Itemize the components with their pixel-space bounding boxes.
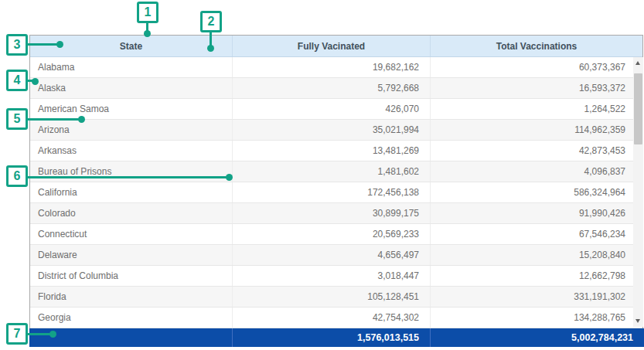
cell-fully-vaccinated: 30,899,175: [233, 203, 431, 223]
callout-7-connector: [26, 333, 52, 335]
cell-state: Arkansas: [30, 141, 233, 161]
cell-fully-vaccinated: 5,792,668: [233, 78, 431, 98]
callout-5-box: 5: [6, 108, 28, 130]
callout-7-dot: [49, 331, 56, 338]
header-cell-fully-vaccinated[interactable]: Fully Vacinated: [233, 36, 431, 56]
cell-total-vaccinations: 114,962,359: [431, 120, 642, 140]
total-cell-state: [29, 328, 233, 347]
callout-3-dot: [56, 41, 63, 48]
table-header-row: State Fully Vacinated Total Vaccinations: [30, 36, 642, 57]
cell-fully-vaccinated: 105,128,451: [233, 287, 431, 307]
scrollbar-up-button[interactable]: [633, 57, 643, 69]
header-cell-total-vaccinations[interactable]: Total Vaccinations: [431, 36, 642, 56]
table-row[interactable]: Colorado 30,899,175 91,990,426: [30, 203, 642, 224]
total-cell-fully-vaccinated: 1,576,013,515: [233, 328, 431, 347]
cell-fully-vaccinated: 13,481,269: [233, 141, 431, 161]
cell-fully-vaccinated: 172,456,138: [233, 182, 431, 202]
table-total-row: 1,576,013,515 5,002,784,231: [29, 328, 644, 347]
total-cell-total-vaccinations: 5,002,784,231: [431, 328, 644, 347]
table-row[interactable]: American Samoa 426,070 1,264,522: [30, 99, 642, 120]
cell-total-vaccinations: 12,662,798: [431, 266, 642, 286]
table-row[interactable]: District of Columbia 3,018,447 12,662,79…: [30, 266, 642, 287]
cell-state: American Samoa: [30, 99, 233, 119]
table-row[interactable]: Bureau of Prisons 1,481,602 4,096,837: [30, 161, 642, 182]
callout-3-connector: [26, 43, 58, 46]
cell-fully-vaccinated: 35,021,994: [233, 120, 431, 140]
table-row[interactable]: Connecticut 20,569,233 67,546,234: [30, 224, 642, 245]
cell-total-vaccinations: 60,373,367: [431, 57, 642, 77]
cell-state: Alabama: [30, 57, 233, 77]
scrollbar-thumb[interactable]: [634, 73, 642, 144]
table-body: Alabama 19,682,162 60,373,367 Alaska 5,7…: [30, 57, 642, 328]
cell-total-vaccinations: 42,873,453: [431, 141, 642, 161]
table-row[interactable]: Delaware 4,656,497 15,208,840: [30, 245, 642, 266]
vertical-scrollbar[interactable]: [633, 57, 643, 327]
callout-5-connector: [26, 118, 80, 121]
table-row[interactable]: Florida 105,128,451 331,191,302: [30, 287, 642, 308]
callout-6-box: 6: [6, 165, 28, 187]
cell-fully-vaccinated: 1,481,602: [233, 161, 431, 182]
cell-total-vaccinations: 586,324,964: [431, 182, 642, 202]
vaccination-table: State Fully Vacinated Total Vaccinations…: [29, 35, 643, 347]
cell-state: Delaware: [30, 245, 233, 265]
cell-state: Alaska: [30, 78, 233, 98]
callout-2-dot: [207, 45, 214, 52]
cell-state: Florida: [30, 287, 233, 307]
table-row[interactable]: Arizona 35,021,994 114,962,359: [30, 120, 642, 141]
table-row[interactable]: Alabama 19,682,162 60,373,367: [30, 57, 642, 78]
cell-total-vaccinations: 1,264,522: [431, 99, 642, 119]
cell-total-vaccinations: 15,208,840: [431, 245, 642, 265]
cell-fully-vaccinated: 19,682,162: [233, 57, 431, 77]
scrollbar-down-button[interactable]: [633, 315, 643, 327]
dashboard-table-screenshot: { "table": { "headers": ["State", "Fully…: [0, 0, 644, 350]
callout-7-box: 7: [6, 323, 28, 345]
cell-state: Bureau of Prisons: [30, 161, 233, 182]
cell-state: Colorado: [30, 203, 233, 223]
cell-fully-vaccinated: 42,754,302: [233, 308, 431, 328]
callout-6-dot: [226, 174, 233, 181]
cell-state: Connecticut: [30, 224, 233, 244]
callout-4-box: 4: [6, 70, 28, 91]
cell-state: Arizona: [30, 120, 233, 140]
table-row[interactable]: California 172,456,138 586,324,964: [30, 182, 642, 203]
callout-2-box: 2: [200, 11, 222, 32]
cell-state: California: [30, 182, 233, 202]
cell-state: Georgia: [30, 308, 233, 328]
callout-1-dot: [144, 30, 151, 37]
table-row[interactable]: Arkansas 13,481,269 42,873,453: [30, 141, 642, 161]
cell-total-vaccinations: 134,288,765: [431, 308, 642, 328]
callout-1-box: 1: [137, 2, 158, 23]
cell-total-vaccinations: 91,990,426: [431, 203, 642, 223]
cell-total-vaccinations: 331,191,302: [431, 287, 642, 307]
chevron-up-icon: [635, 61, 640, 65]
callout-6-connector: [26, 176, 229, 178]
cell-total-vaccinations: 67,546,234: [431, 224, 642, 244]
table-row[interactable]: Georgia 42,754,302 134,288,765: [30, 308, 642, 328]
chevron-down-icon: [635, 319, 640, 323]
cell-fully-vaccinated: 20,569,233: [233, 224, 431, 244]
callout-4-dot: [32, 78, 39, 85]
cell-total-vaccinations: 4,096,837: [431, 161, 642, 182]
table-row[interactable]: Alaska 5,792,668 16,593,372: [30, 78, 642, 99]
cell-fully-vaccinated: 426,070: [233, 99, 431, 119]
cell-fully-vaccinated: 4,656,497: [233, 245, 431, 265]
callout-3-box: 3: [6, 34, 28, 56]
cell-total-vaccinations: 16,593,372: [431, 78, 642, 98]
cell-state: District of Columbia: [30, 266, 233, 286]
cell-fully-vaccinated: 3,018,447: [233, 266, 431, 286]
callout-5-dot: [78, 116, 85, 123]
